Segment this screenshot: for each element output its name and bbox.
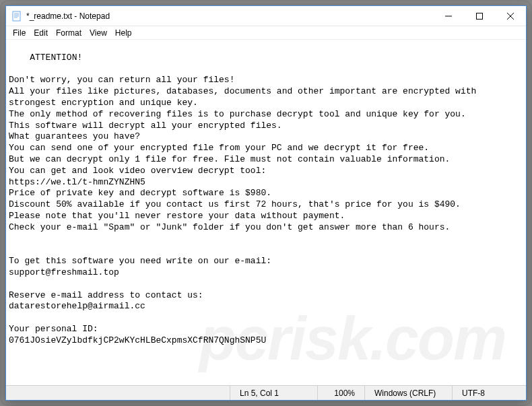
menu-format[interactable]: Format <box>52 28 86 38</box>
document-text: ATTENTION! Don't worry, you can return a… <box>9 53 481 345</box>
notepad-window: *_readme.txt - Notepad File Edit Format … <box>5 5 527 401</box>
maximize-button[interactable] <box>464 6 495 26</box>
statusbar: Ln 5, Col 1 100% Windows (CRLF) UTF-8 <box>6 385 526 400</box>
notepad-app-icon <box>11 11 22 22</box>
minimize-button[interactable] <box>433 6 464 26</box>
titlebar: *_readme.txt - Notepad <box>6 6 526 26</box>
status-zoom: 100% <box>317 386 364 400</box>
menu-edit[interactable]: Edit <box>30 28 52 38</box>
menu-view[interactable]: View <box>86 28 111 38</box>
menu-help[interactable]: Help <box>111 28 136 38</box>
status-cursor-position: Ln 5, Col 1 <box>230 386 317 400</box>
svg-rect-6 <box>477 13 483 20</box>
status-line-ending: Windows (CRLF) <box>364 386 452 400</box>
window-title: *_readme.txt - Notepad <box>26 11 433 21</box>
menu-file[interactable]: File <box>9 28 30 38</box>
text-editor[interactable]: ATTENTION! Don't worry, you can return a… <box>6 40 526 385</box>
close-button[interactable] <box>495 6 526 26</box>
status-encoding: UTF-8 <box>452 386 526 400</box>
window-controls <box>433 6 526 26</box>
menubar: File Edit Format View Help <box>6 26 526 40</box>
